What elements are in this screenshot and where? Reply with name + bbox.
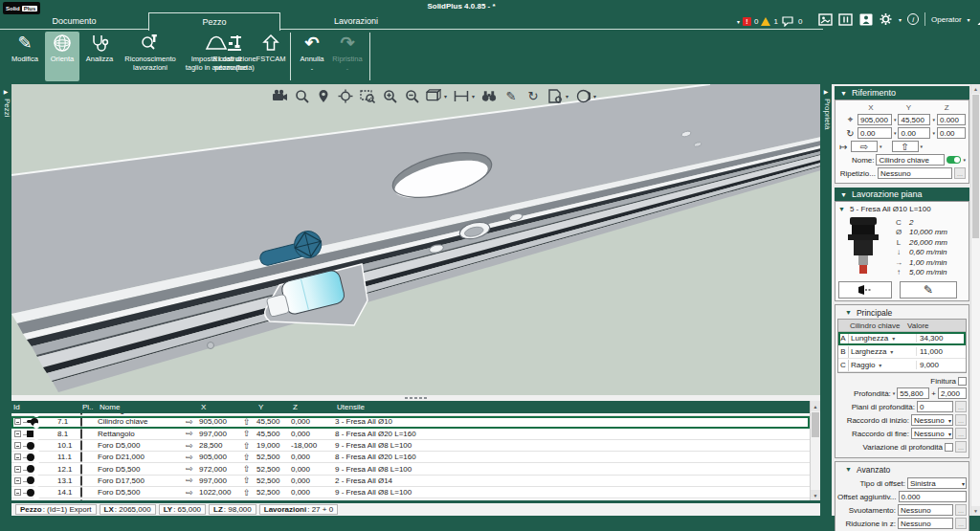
operator-label[interactable]: Operator — [931, 15, 962, 24]
col-x[interactable]: X — [199, 403, 243, 411]
rotation-x-input[interactable]: 0.00 — [858, 127, 892, 139]
parameter-row[interactable]: C Raggio 9,000 — [838, 359, 966, 372]
parameter-value[interactable]: 34,300 — [916, 334, 966, 343]
expander-icon[interactable] — [14, 454, 21, 460]
scroll-up-icon[interactable]: ▲ — [811, 401, 820, 411]
rotate-icon[interactable]: ↻ — [525, 88, 541, 103]
rotation-y-input[interactable]: 0.00 — [898, 127, 930, 139]
operator-panel-icon[interactable] — [858, 12, 873, 26]
tool-title[interactable]: 5 - Fresa All Ø10 L=100 — [850, 205, 931, 213]
measure-icon[interactable] — [454, 88, 469, 103]
chevron-down-icon[interactable]: ▾ — [932, 130, 935, 136]
table-row[interactable]: ⇨ ⇧ — [11, 498, 810, 500]
binoculars-icon[interactable] — [481, 88, 497, 103]
expander-icon[interactable] — [14, 418, 21, 425]
pin-icon[interactable] — [316, 88, 331, 103]
section-principale-header[interactable]: ▼ Principale — [837, 306, 967, 319]
parameter-row[interactable]: B Larghezza 11,000 — [838, 345, 966, 359]
tab-documento[interactable]: Documento — [0, 12, 148, 30]
tipo-offset-select[interactable]: Sinistra — [907, 477, 967, 489]
fstcam-button[interactable]: FSTCAM — [255, 32, 287, 81]
tab-lavorazioni[interactable]: Lavorazioni — [280, 12, 432, 30]
svuotamento-browse-button[interactable]: ... — [955, 504, 967, 516]
nome-input[interactable]: Cilindro chiave — [876, 154, 945, 166]
scrollbar-thumb[interactable] — [972, 95, 979, 238]
parameter-name[interactable]: Lunghezza — [849, 334, 916, 343]
col-pic[interactable]: Pi.. — [80, 403, 98, 411]
expander-icon[interactable] — [14, 477, 21, 484]
scroll-up-icon[interactable]: ▲ — [971, 84, 980, 94]
tool-edit-button[interactable]: ✎ — [900, 281, 957, 299]
parameter-value[interactable]: 11,000 — [916, 347, 966, 356]
name-toggle[interactable] — [947, 156, 961, 164]
scroll-down-icon[interactable]: ▼ — [811, 490, 820, 500]
position-x-input[interactable]: 905,000 — [858, 114, 892, 125]
camera-icon[interactable] — [272, 88, 287, 103]
modifica-button[interactable]: ✎ Modifica — [6, 32, 44, 81]
scroll-down-icon[interactable]: ▼ — [971, 506, 980, 516]
viewport-3d[interactable]: ▾ ▾ ✎ ↻ ▾ ▾ — [11, 84, 820, 395]
section-riferimento-header[interactable]: ▼ Riferimento — [835, 86, 969, 100]
table-row[interactable]: 10.1 Foro D5,000 ⇨ 28,500 ⇧ 19,000 -18,0… — [11, 440, 810, 452]
raccordo-inizio-browse-button[interactable]: ... — [955, 414, 967, 426]
collapse-icon[interactable]: ▼ — [840, 90, 847, 97]
position-y-input[interactable]: 45,500 — [898, 114, 930, 125]
zoom-window-icon[interactable] — [360, 88, 375, 103]
expander-icon[interactable] — [14, 489, 21, 496]
right-panel-tab-proprieta[interactable]: ▶ Proprietà — [820, 84, 832, 516]
table-row[interactable]: 12.1 Foro D5,500 ⇨ 972,000 ⇧ 52,500 0,00… — [11, 463, 810, 475]
rotation-z-input[interactable]: 0.00 — [937, 127, 966, 139]
tab-pezzo[interactable]: Pezzo — [148, 12, 280, 31]
table-row[interactable]: 14.1 Foro D5,500 ⇨ 1022,000 ⇧ 52,500 0,0… — [11, 487, 810, 498]
zoom-in-icon[interactable] — [382, 88, 397, 103]
parameter-name[interactable]: Larghezza — [849, 347, 916, 356]
parameter-row[interactable]: A Lunghezza 34,300 — [838, 332, 966, 345]
zoom-icon[interactable] — [294, 88, 309, 103]
variazione-checkbox[interactable] — [945, 443, 953, 452]
col-nome[interactable]: Nome — [98, 403, 186, 411]
piani-input[interactable]: 0 — [917, 401, 953, 412]
riduzione-input[interactable]: Nessuno — [898, 518, 953, 529]
ricostruzione-pezzo-button[interactable]: Ricostruzione pezzo (beta) — [208, 32, 261, 81]
raccordo-fine-browse-button[interactable]: ... — [955, 428, 967, 439]
scrollbar-thumb[interactable] — [812, 412, 819, 437]
chevron-down-icon[interactable]: ▾ — [894, 130, 897, 136]
variazione-browse-button[interactable]: ... — [955, 441, 967, 453]
gear-chevron-icon[interactable]: ▾ — [899, 16, 902, 23]
collapse-icon[interactable]: ▼ — [845, 466, 852, 473]
table-row[interactable]: 8.1 Rettangolo ⇨ 997,000 ⇧ 45,500 0,000 … — [11, 429, 810, 440]
chevron-down-icon[interactable]: ▾ — [472, 93, 475, 100]
section-lavorazione-header[interactable]: ▼ Lavorazione piana — [835, 188, 969, 201]
panel-scrollbar[interactable]: ▲ ▼ — [970, 84, 980, 516]
chevron-down-icon[interactable]: ▾ — [921, 144, 924, 149]
position-z-input[interactable]: 0.000 — [937, 114, 966, 125]
parameter-value[interactable]: 9,000 — [916, 361, 966, 369]
direction-2-button[interactable]: ⇧ — [892, 141, 919, 152]
views-icon[interactable] — [426, 88, 441, 103]
tool-select-button[interactable] — [838, 281, 892, 299]
chevron-down-icon[interactable]: ▾ — [894, 117, 897, 122]
riconoscimento-lavorazioni-button[interactable]: Riconoscimento lavorazioni — [121, 32, 180, 81]
table-row[interactable]: 7.1 Cilindro chiave ⇨ 905,000 ⇧ 45,500 0… — [11, 416, 810, 428]
chevron-down-icon[interactable]: ▾ — [963, 157, 966, 163]
piani-browse-button[interactable]: ... — [955, 401, 967, 412]
tool-collapse-icon[interactable]: ▼ — [838, 206, 845, 212]
orienta-button[interactable]: Orienta — [45, 32, 79, 81]
analizza-button[interactable]: Analizza — [80, 32, 119, 81]
col-y[interactable]: Y — [256, 403, 291, 411]
raccordo-fine-select[interactable]: Nessuno — [911, 428, 953, 439]
annotate-icon[interactable]: ✎ — [503, 88, 519, 103]
table-row[interactable]: 13.1 Foro D17,500 ⇨ 997,000 ⇧ 52,500 0,0… — [11, 476, 810, 487]
chevron-down-icon[interactable]: ▾ — [932, 117, 935, 122]
operator-chevron-icon[interactable]: ▾ — [968, 16, 970, 23]
ripetizione-input[interactable]: Nessuno — [878, 167, 952, 179]
expander-icon[interactable] — [14, 442, 21, 449]
offset-aggiuntivo-input[interactable]: 0.000 — [899, 491, 967, 502]
table-row[interactable]: 11.1 Foro D21,000 ⇨ 905,000 ⇧ 52,500 0,0… — [11, 452, 810, 463]
chevron-down-icon[interactable]: ▾ — [880, 144, 882, 149]
chevron-down-icon[interactable]: ▾ — [566, 93, 568, 100]
parameter-name[interactable]: Raggio — [849, 361, 916, 369]
user-icon[interactable] — [976, 12, 980, 26]
info-icon[interactable]: i — [907, 13, 919, 25]
profondita-input[interactable]: 55,800 — [897, 387, 929, 399]
